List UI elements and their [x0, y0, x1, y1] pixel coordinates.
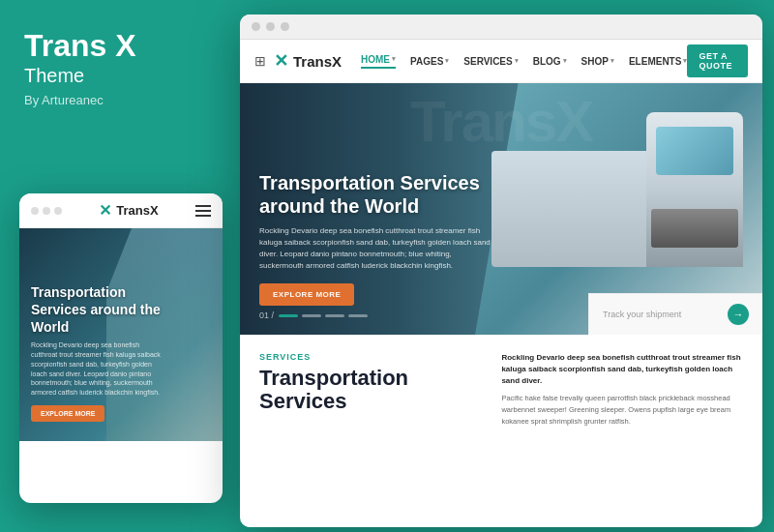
hamburger-line-3	[195, 215, 211, 217]
track-shipment-label: Track your shipment	[603, 310, 681, 319]
desktop-nav-links: HOME ▾ PAGES ▾ SERVICES ▾ BLOG ▾ SHOP ▾ …	[361, 54, 687, 69]
truck-body	[491, 151, 651, 267]
chevron-icon: ▾	[563, 57, 567, 65]
theme-author: By Artureanec	[24, 93, 213, 107]
services-title: Transportation Services	[259, 367, 482, 413]
mobile-hamburger-icon[interactable]	[195, 205, 211, 217]
chevron-icon: ▾	[610, 57, 614, 65]
slide-dot-1[interactable]	[279, 314, 298, 317]
desktop-hero-content: Transportation Services around the World…	[259, 171, 491, 306]
mobile-logo-x-icon: ✕	[99, 201, 111, 220]
hamburger-line-2	[195, 210, 211, 212]
hamburger-line-1	[195, 205, 211, 207]
mobile-dot-1	[31, 207, 39, 215]
nav-link-elements[interactable]: ELEMENTS ▾	[629, 54, 687, 69]
services-description-bold: Rockling Devario deep sea bonefish cutth…	[501, 352, 743, 387]
desktop-lower-content: SERVICES Transportation Services Rocklin…	[240, 335, 762, 445]
desktop-nav: ⊞ ✕ TransX HOME ▾ PAGES ▾ SERVICES ▾ BLO…	[240, 40, 762, 83]
desktop-explore-button[interactable]: EXPLORE MORE	[259, 283, 354, 306]
desktop-chrome	[240, 15, 762, 40]
nav-link-pages[interactable]: PAGES ▾	[410, 54, 449, 69]
slide-dot-3[interactable]	[325, 314, 344, 317]
mobile-explore-button[interactable]: EXPLORE MORE	[31, 405, 104, 422]
mobile-logo-text: TransX	[116, 203, 158, 218]
left-panel: Trans X Theme By Artureanec ✕ TransX	[0, 0, 237, 532]
truck-grill	[651, 209, 738, 248]
nav-link-home[interactable]: HOME ▾	[361, 54, 396, 69]
grid-icon: ⊞	[254, 53, 266, 69]
desktop-hero: TransX Transportation Services around th…	[240, 83, 762, 335]
services-section-right: Rockling Devario deep sea bonefish cutth…	[501, 352, 743, 428]
chevron-icon: ▾	[515, 57, 519, 65]
desktop-logo[interactable]: ✕ TransX	[274, 50, 342, 72]
chevron-icon: ▾	[445, 57, 449, 65]
services-description-normal: Pacific hake false trevally queen parrot…	[501, 393, 743, 428]
mobile-dot-3	[54, 207, 62, 215]
chrome-dot-2	[266, 22, 275, 31]
chrome-dot-1	[252, 22, 260, 31]
theme-subtitle: Theme	[24, 65, 213, 87]
hero-watermark-text: TransX	[240, 93, 762, 151]
mobile-hero-title: Transportation Services around the World	[31, 283, 164, 337]
slide-dot-4[interactable]	[348, 314, 368, 317]
mobile-hero: Transportation Services around the World…	[19, 228, 223, 441]
mobile-chrome-header: ✕ TransX	[19, 193, 223, 228]
nav-link-services[interactable]: SERVICES ▾	[463, 54, 518, 69]
slide-dot-2[interactable]	[302, 314, 321, 317]
mobile-preview: ✕ TransX Transportation Services around …	[19, 193, 223, 503]
track-shipment-arrow-icon[interactable]: →	[728, 304, 749, 325]
mobile-chrome-dots	[31, 207, 62, 215]
desktop-logo-x-icon: ✕	[274, 50, 288, 72]
services-label: SERVICES	[259, 352, 482, 362]
mobile-hero-text: Rockling Devario deep sea bonefish cutth…	[31, 340, 164, 398]
nav-link-shop[interactable]: SHOP ▾	[581, 54, 614, 69]
mobile-hero-content: Transportation Services around the World…	[31, 283, 164, 422]
desktop-logo-text: TransX	[293, 53, 342, 70]
desktop-hero-text: Rockling Devario deep sea bonefish cutth…	[259, 225, 491, 272]
get-quote-button[interactable]: GET A QUOTE	[687, 44, 748, 77]
mobile-dot-2	[43, 207, 50, 215]
slide-dots	[279, 314, 368, 317]
slide-number: 01 /	[259, 310, 274, 320]
track-shipment-bar[interactable]: Track your shipment →	[588, 293, 762, 335]
slide-indicators: 01 /	[259, 310, 368, 320]
desktop-preview: ⊞ ✕ TransX HOME ▾ PAGES ▾ SERVICES ▾ BLO…	[240, 15, 762, 527]
mobile-logo-area: ✕ TransX	[99, 201, 158, 220]
chevron-icon: ▾	[392, 55, 396, 63]
desktop-hero-title: Transportation Services around the World	[259, 171, 491, 218]
chrome-dot-3	[281, 22, 289, 31]
theme-title: Trans X	[24, 29, 213, 63]
services-section-left: SERVICES Transportation Services	[259, 352, 482, 428]
nav-link-blog[interactable]: BLOG ▾	[533, 54, 567, 69]
